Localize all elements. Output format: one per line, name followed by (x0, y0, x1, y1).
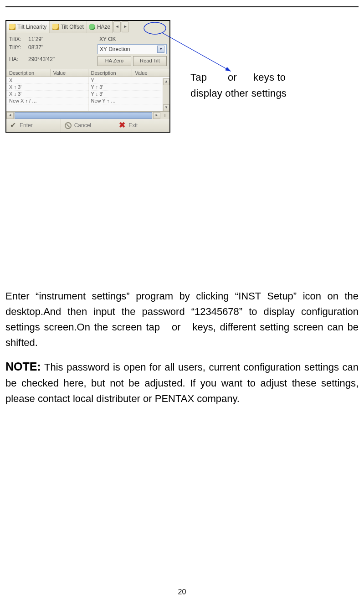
level-icon (9, 24, 15, 30)
select-value: XY Direction (100, 46, 130, 52)
note-label: NOTE: (5, 360, 41, 373)
left-list: Description Value X X ↑ 3' X ↓ 3' New X … (6, 69, 88, 111)
paragraph-note: NOTE: This password is open for all user… (5, 358, 359, 407)
list-item[interactable]: New X ↑ / … (6, 98, 88, 104)
app-screenshot: Tilt Linearity Tilt Offset HAze ◄ ► Tilt… (5, 20, 170, 133)
tilty-label: TiltY: (9, 44, 28, 54)
left-list-header: Description Value (6, 69, 88, 77)
callout-line1-pre: Tap (190, 72, 207, 83)
exit-button[interactable]: ✖ Exit (115, 119, 169, 132)
col-value: Value (51, 69, 88, 77)
callout-line1-mid: or (228, 72, 237, 83)
tab-label: Tilt Linearity (17, 24, 46, 30)
footer-bar: ✔ Enter Cancel ✖ Exit (6, 119, 169, 132)
p1-mid: or (172, 321, 181, 333)
list-item[interactable]: X (6, 77, 88, 84)
col-description: Description (88, 69, 133, 77)
callout-line2: display other settings (190, 88, 287, 99)
tiltx-label: TiltX: (9, 36, 28, 42)
button-label: Exit (128, 122, 138, 129)
list-item[interactable]: X ↓ 3' (6, 91, 88, 98)
callout-line1-post: keys to (253, 72, 286, 83)
level-green-icon (89, 24, 95, 30)
enter-button[interactable]: ✔ Enter (6, 119, 61, 132)
tiltx-value: 11'29" (28, 36, 97, 42)
close-icon: ✖ (119, 122, 126, 129)
right-list-header: Description Value (88, 69, 170, 77)
vertical-scrollbar[interactable]: ▲ ▼ (163, 78, 169, 111)
col-description: Description (6, 69, 51, 77)
button-label: Enter (20, 122, 33, 129)
scroll-right-icon[interactable]: ► (153, 112, 160, 119)
page-number: 20 (0, 588, 364, 596)
callout-text: Taporkeys to display other settings (190, 69, 336, 101)
tab-scroll-right-button[interactable]: ► (122, 21, 129, 32)
ha-label: HA: (9, 56, 28, 66)
tilty-value: 08'37" (28, 44, 97, 54)
header-rule (5, 6, 359, 7)
resize-grip-icon (160, 113, 169, 119)
list-item[interactable]: Y ↑ 3' (88, 84, 170, 91)
button-label: Cancel (74, 122, 91, 129)
readouts-panel: TiltX: 11'29" XY OK TiltY: 08'37" XY Dir… (6, 33, 169, 69)
cancel-button[interactable]: Cancel (61, 119, 116, 132)
ha-zero-button[interactable]: HA Zero (97, 56, 131, 66)
tab-bar: Tilt Linearity Tilt Offset HAze ◄ ► (6, 21, 169, 33)
right-list: Description Value Y Y ↑ 3' Y ↓ 3' New Y … (88, 69, 170, 111)
xy-direction-select[interactable]: XY Direction ▾ (97, 44, 167, 54)
check-icon: ✔ (10, 122, 17, 129)
scroll-up-icon[interactable]: ▲ (163, 78, 169, 85)
chevron-down-icon: ▾ (157, 46, 164, 53)
list-item[interactable]: Y ↓ 3' (88, 91, 170, 98)
tab-label: HAze (97, 24, 110, 30)
xy-status: XY OK (97, 36, 167, 42)
tab-scroll-nav: ◄ ► (113, 21, 129, 33)
list-item[interactable]: Y (88, 77, 170, 84)
left-list-rows: X X ↑ 3' X ↓ 3' New X ↑ / … (6, 77, 88, 104)
list-item[interactable]: New Y ↑ … (88, 98, 170, 104)
tab-tilt-linearity[interactable]: Tilt Linearity (6, 21, 50, 33)
lists-area: Description Value X X ↑ 3' X ↓ 3' New X … (6, 69, 169, 112)
ha-value: 290°43'42" (28, 56, 97, 66)
horizontal-scrollbar[interactable]: ◄ ► (6, 112, 169, 119)
tab-scroll-left-button[interactable]: ◄ (113, 21, 121, 32)
right-list-rows: Y Y ↑ 3' Y ↓ 3' New Y ↑ … (88, 77, 170, 104)
cancel-icon (65, 122, 72, 129)
tab-tilt-offset[interactable]: Tilt Offset (50, 21, 87, 33)
read-tilt-button[interactable]: Read Tilt (133, 56, 167, 66)
tab-label: Tilt Offset (61, 24, 84, 30)
list-item[interactable]: X ↑ 3' (6, 84, 88, 91)
svg-line-1 (162, 33, 231, 71)
note-body: This password is open for all users, cur… (5, 361, 359, 404)
tab-haze[interactable]: HAze (87, 21, 113, 33)
col-value: Value (132, 69, 169, 77)
paragraph-instructions: Enter “instrument settings” program by c… (5, 289, 359, 351)
level-icon (52, 24, 59, 30)
scroll-track[interactable] (15, 112, 152, 119)
scroll-left-icon[interactable]: ◄ (6, 112, 14, 119)
figure-area: Tilt Linearity Tilt Offset HAze ◄ ► Tilt… (5, 20, 359, 274)
scroll-down-icon[interactable]: ▼ (163, 104, 169, 111)
